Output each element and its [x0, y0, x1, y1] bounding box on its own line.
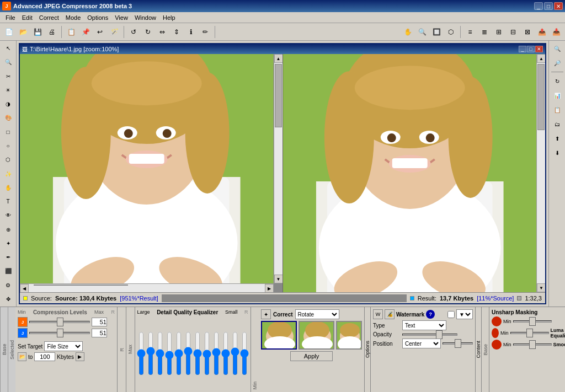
compression-slider-2[interactable] — [29, 332, 90, 334]
toolbar-open[interactable]: 📂 — [17, 25, 30, 39]
menu-options[interactable]: Options — [84, 13, 111, 22]
compression-value-2[interactable] — [92, 329, 107, 337]
rt-chart[interactable]: 📊 — [551, 89, 564, 102]
left-scroll-right[interactable]: ▶ — [265, 284, 274, 292]
menu-mode[interactable]: Mode — [62, 13, 84, 22]
lt-settings[interactable]: ⚙ — [2, 279, 15, 292]
toolbar-grid[interactable]: ⊞ — [492, 25, 505, 39]
toolbar-rotate-r[interactable]: ↻ — [141, 25, 154, 39]
position-x-slider[interactable] — [443, 342, 473, 345]
menu-file[interactable]: File — [2, 13, 19, 22]
toolbar-paste[interactable]: 📌 — [79, 25, 92, 39]
smoothing-slider[interactable] — [513, 343, 552, 346]
toolbar-lasso[interactable]: ⬡ — [444, 25, 457, 39]
toolbar-flip-h[interactable]: ⇔ — [156, 25, 169, 39]
thumbnail-2[interactable] — [299, 321, 334, 350]
eq-slider-8[interactable] — [203, 331, 211, 375]
left-scroll-down[interactable]: ▼ — [274, 275, 283, 283]
minimize-button[interactable]: _ — [534, 2, 543, 10]
compression-slider-1[interactable] — [29, 321, 90, 323]
eq-slider-1[interactable] — [137, 331, 145, 375]
toolbar-list2[interactable]: ≣ — [478, 25, 491, 39]
rt-layers[interactable]: 📋 — [551, 103, 564, 116]
eq-slider-6[interactable] — [184, 331, 192, 375]
eq-slider-10[interactable] — [222, 331, 230, 375]
thumbnail-3[interactable] — [336, 321, 362, 350]
eq-slider-7[interactable] — [194, 331, 201, 375]
toolbar-pencil[interactable]: ✏ — [199, 25, 212, 39]
rt-zoom-out[interactable]: 🔎 — [551, 56, 564, 69]
toolbar-flip-v[interactable]: ⇕ — [170, 25, 183, 39]
toolbar-wand[interactable]: 🪄 — [108, 25, 121, 39]
rt-up[interactable]: ⬆ — [551, 132, 564, 145]
toolbar-zoom-sel[interactable]: 🔲 — [430, 25, 443, 39]
lt-rect[interactable]: □ — [2, 126, 15, 138]
image-win-max[interactable]: □ — [527, 46, 535, 52]
luma-slider[interactable] — [510, 332, 549, 334]
toolbar-hand[interactable]: ✋ — [401, 25, 414, 39]
options-tab[interactable]: Options — [365, 307, 371, 392]
lt-pen[interactable]: ✒ — [2, 251, 15, 264]
eq-slider-5[interactable] — [175, 331, 183, 375]
lt-zoom[interactable]: 🔍 — [2, 56, 15, 68]
left-scroll-left[interactable]: ◀ — [20, 284, 29, 292]
correct-type-select[interactable]: Rotate — [295, 309, 339, 319]
lt-clone[interactable]: ⊕ — [2, 223, 15, 235]
position-select[interactable]: Center — [402, 339, 441, 348]
lt-contrast[interactable]: ◑ — [2, 98, 15, 110]
menu-view[interactable]: View — [111, 13, 131, 22]
lt-lasso[interactable]: ⬡ — [2, 153, 15, 166]
right-scroll-down[interactable]: ▼ — [537, 283, 545, 292]
toolbar-export2[interactable]: 📥 — [550, 25, 563, 39]
unsharp-slider[interactable] — [513, 320, 552, 323]
target-type-select[interactable]: File Size — [44, 341, 83, 351]
lt-ellipse[interactable]: ○ — [2, 139, 15, 152]
lt-move[interactable]: ✥ — [2, 293, 15, 305]
watermark-help[interactable]: ? — [426, 310, 435, 319]
toolbar-rotate-l[interactable]: ↺ — [127, 25, 140, 39]
target-action-btn[interactable]: ▶ — [76, 352, 84, 361]
lt-color[interactable]: 🎨 — [2, 111, 15, 124]
lt-eye[interactable]: 👁 — [2, 209, 15, 222]
toolbar-export1[interactable]: 📤 — [535, 25, 548, 39]
eq-slider-12[interactable] — [241, 331, 248, 375]
thumbnail-1[interactable] — [261, 321, 297, 350]
rt-files[interactable]: 🗂 — [551, 117, 564, 131]
eq-slider-4[interactable] — [166, 331, 173, 375]
toolbar-grid2[interactable]: ⊟ — [507, 25, 520, 39]
eq-slider-2[interactable] — [147, 331, 154, 375]
menu-window[interactable]: Window — [131, 13, 159, 22]
watermark-dropdown[interactable]: ▼ — [456, 309, 473, 319]
left-scroll-up[interactable]: ▲ — [274, 54, 283, 63]
eq-slider-11[interactable] — [231, 331, 239, 375]
lt-hand[interactable]: ✋ — [2, 181, 15, 194]
maximize-button[interactable]: □ — [544, 2, 553, 10]
right-v-scrollthumb[interactable] — [537, 64, 545, 130]
lt-brightness[interactable]: ☀ — [2, 84, 15, 96]
opacity-slider[interactable] — [402, 334, 457, 336]
close-button[interactable]: ✕ — [554, 2, 563, 10]
rt-rotate[interactable]: ↻ — [551, 74, 564, 88]
left-v-scrollthumb[interactable] — [275, 64, 282, 127]
lt-fill[interactable]: ⬛ — [2, 265, 15, 277]
watermark-checkbox[interactable] — [447, 311, 455, 318]
lt-select[interactable]: ↖ — [2, 42, 15, 55]
right-scroll-up[interactable]: ▲ — [537, 54, 545, 63]
toolbar-new[interactable]: 📄 — [2, 25, 15, 39]
left-h-scrollthumb[interactable] — [34, 284, 128, 286]
menu-help[interactable]: Help — [159, 13, 179, 22]
toolbar-undo[interactable]: ↩ — [93, 25, 106, 39]
lt-heal[interactable]: ✦ — [2, 237, 15, 250]
content-tab[interactable]: Content — [476, 307, 482, 392]
apply-button[interactable]: Apply — [290, 351, 333, 361]
toolbar-zoom-pan[interactable]: 🔍 — [415, 25, 429, 39]
toolbar-copy[interactable]: 📋 — [65, 25, 78, 39]
lt-text[interactable]: T — [2, 195, 15, 208]
toolbar-save[interactable]: 💾 — [31, 25, 44, 39]
toolbar-grid3[interactable]: ⊠ — [521, 25, 534, 39]
lt-wand[interactable]: ✨ — [2, 167, 15, 180]
lt-crop[interactable]: ✂ — [2, 70, 15, 83]
menu-edit[interactable]: Edit — [19, 13, 36, 22]
rt-zoom-in[interactable]: 🔍 — [551, 42, 564, 55]
compression-value-1[interactable] — [92, 318, 107, 326]
